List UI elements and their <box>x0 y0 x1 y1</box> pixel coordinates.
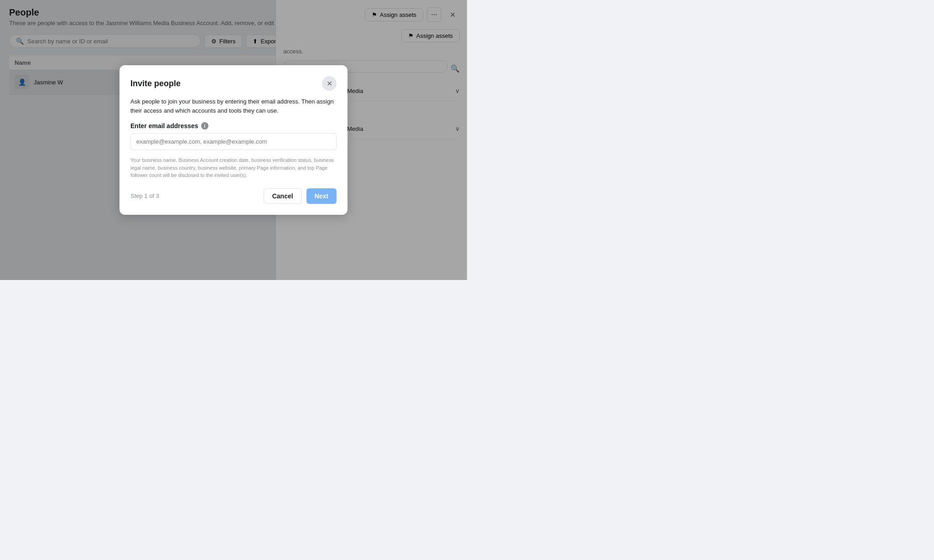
modal-header: Invite people ✕ <box>130 76 337 91</box>
modal-title: Invite people <box>130 79 181 88</box>
disclosure-text: Your business name, Business Account cre… <box>130 156 337 179</box>
cancel-button[interactable]: Cancel <box>264 188 302 204</box>
modal-footer: Step 1 of 3 Cancel Next <box>130 188 337 204</box>
step-label: Step 1 of 3 <box>130 192 159 199</box>
modal-close-button[interactable]: ✕ <box>322 76 337 91</box>
email-field-label: Enter email addresses i <box>130 122 337 130</box>
close-icon: ✕ <box>327 79 332 88</box>
info-icon: i <box>201 122 208 130</box>
invite-people-modal: Invite people ✕ Ask people to join your … <box>119 65 348 215</box>
footer-actions: Cancel Next <box>264 188 337 204</box>
modal-description: Ask people to join your business by ente… <box>130 97 337 115</box>
modal-overlay: Invite people ✕ Ask people to join your … <box>0 0 467 280</box>
email-input[interactable] <box>130 133 337 150</box>
next-button[interactable]: Next <box>306 188 337 204</box>
